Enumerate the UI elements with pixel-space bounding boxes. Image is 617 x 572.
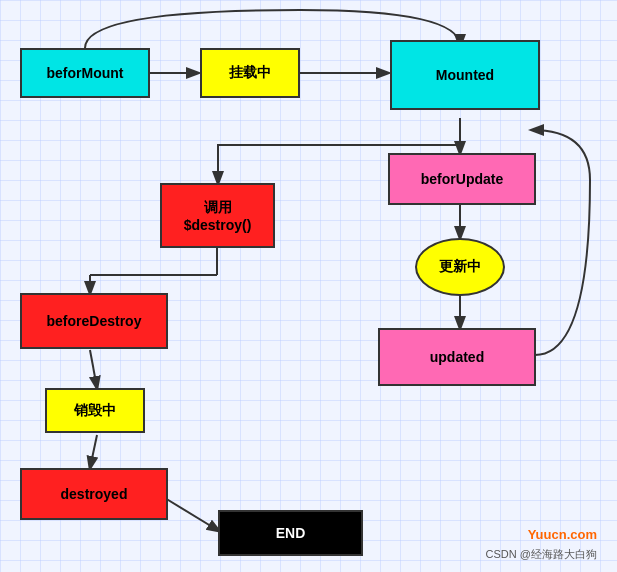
updated-node: updated (378, 328, 536, 386)
credit-text: CSDN @经海路大白狗 (486, 547, 597, 562)
destroying-node: 销毁中 (45, 388, 145, 433)
updating-node: 更新中 (415, 238, 505, 296)
befor-update-node: beforUpdate (388, 153, 536, 205)
end-node: END (218, 510, 363, 556)
destroyed-node: destroyed (20, 468, 168, 520)
mounting-node: 挂载中 (200, 48, 300, 98)
before-destroy-node: beforeDestroy (20, 293, 168, 349)
beforMount-node: beforMount (20, 48, 150, 98)
svg-line-8 (90, 350, 97, 388)
svg-line-9 (90, 435, 97, 468)
call-destroy-node: 调用 $destroy() (160, 183, 275, 248)
mounted-node: Mounted (390, 40, 540, 110)
svg-line-10 (160, 495, 219, 531)
watermark: Yuucn.com (528, 527, 597, 542)
